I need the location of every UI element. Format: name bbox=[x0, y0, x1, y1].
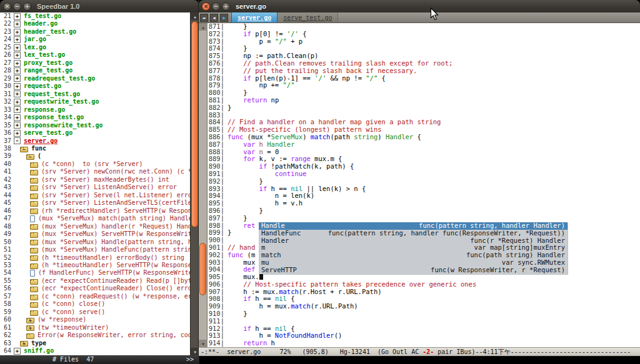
speedbar-row[interactable]: 28+range_test.go bbox=[0, 67, 190, 74]
folder-icon[interactable] bbox=[30, 232, 38, 238]
tab-server-go[interactable]: server.go bbox=[231, 12, 278, 22]
code-line[interactable]: 879| np += "/" bbox=[208, 82, 640, 89]
speedbar-row[interactable]: 40(c *conn) to (srv *Server) bbox=[0, 160, 190, 168]
folder-icon[interactable] bbox=[30, 287, 38, 292]
speedbar-row[interactable]: 30+request.go bbox=[0, 82, 190, 90]
completion-popup[interactable]: Handlefunc(pattern string, handler Handl… bbox=[259, 222, 568, 274]
speedbar-row[interactable]: 42(srv *Server) maxHeaderBytes() int bbox=[0, 176, 190, 184]
expand-plus-icon[interactable]: + bbox=[14, 13, 21, 20]
completion-item[interactable]: HandleFuncfunc(pattern string, handler f… bbox=[259, 230, 568, 237]
folder-plus-icon[interactable] bbox=[26, 325, 34, 331]
speedbar-entry-label[interactable]: (c *conn) close() bbox=[41, 300, 105, 308]
expand-plus-icon[interactable]: + bbox=[14, 83, 21, 90]
code-line[interactable]: 895| h = v.h bbox=[208, 200, 640, 207]
tab-back-icon[interactable]: ◀ bbox=[210, 14, 218, 22]
speedbar-entry-label[interactable]: (srv *Server) ListenAndServeTLS(certFile… bbox=[41, 199, 190, 207]
speedbar-entry-label[interactable]: (mux *ServeMux) ServeHTTP(w ResponseWrit… bbox=[41, 230, 190, 238]
speedbar-entry-label[interactable]: fs_test.go bbox=[24, 12, 61, 20]
expand-plus-icon[interactable]: + bbox=[14, 106, 21, 113]
speedbar-entry-label[interactable]: (srv *Server) maxHeaderBytes() int bbox=[41, 176, 169, 184]
speedbar-entry-label[interactable]: (rh *redirectHandler) ServeHTTP(w Respon… bbox=[41, 207, 190, 215]
code-line[interactable]: 910| } bbox=[208, 310, 640, 318]
speedbar-row[interactable]: 58(c *conn) close() bbox=[0, 300, 190, 308]
speedbar-entry-label[interactable]: (tw *timeoutWriter) bbox=[38, 324, 109, 332]
code-line[interactable]: 882|} bbox=[208, 104, 640, 112]
speedbar-entry-label[interactable]: range_test.go bbox=[24, 67, 72, 74]
expand-plus-icon[interactable]: + bbox=[14, 29, 21, 36]
expand-plus-icon[interactable]: + bbox=[14, 44, 21, 51]
speedbar-row[interactable]: 63type bbox=[0, 340, 190, 347]
folder-icon[interactable] bbox=[30, 194, 38, 199]
speedbar-entry-label[interactable]: (h *timeoutHandler) errorBody() string bbox=[41, 254, 184, 262]
speedbar-entry-label[interactable]: func bbox=[31, 145, 46, 152]
speedbar-entry-label[interactable]: sniff.go bbox=[24, 347, 54, 355]
maximize-icon[interactable]: + bbox=[23, 2, 31, 11]
code-line[interactable]: 873| p = "/" + p bbox=[208, 38, 640, 46]
completion-item[interactable]: muvar sync.RWMutex bbox=[259, 259, 568, 267]
speedbar-row[interactable]: 48(mux *ServeMux) handler(r *Request) Ha… bbox=[0, 223, 190, 230]
expand-plus-icon[interactable]: + bbox=[14, 91, 21, 97]
speedbar-entry-label[interactable]: header.go bbox=[24, 20, 58, 27]
folder-icon[interactable] bbox=[30, 248, 38, 253]
minimize-icon[interactable]: − bbox=[212, 2, 220, 11]
maximize-icon[interactable]: + bbox=[222, 2, 230, 11]
folder-icon[interactable] bbox=[30, 162, 38, 168]
expand-plus-icon[interactable]: + bbox=[14, 52, 21, 59]
code-line[interactable]: 914| return h bbox=[208, 340, 640, 347]
code-line[interactable]: 881| return np bbox=[208, 97, 640, 104]
speedbar-entry-label[interactable]: readrequest_test.go bbox=[24, 75, 95, 82]
speedbar-entry-label[interactable]: (c *conn) readRequest() (w *response, er… bbox=[41, 293, 190, 300]
speedbar-entry-label[interactable]: requestwrite_test.go bbox=[24, 98, 99, 106]
speedbar-row[interactable]: 29+readrequest_test.go bbox=[0, 75, 190, 82]
folder-icon[interactable] bbox=[30, 209, 38, 214]
speedbar-row[interactable]: 55(ecr *expectContinueReader) Read(p []b… bbox=[0, 277, 190, 285]
expand-plus-icon[interactable]: + bbox=[14, 99, 21, 106]
speedbar-entry-label[interactable]: responsewrite_test.go bbox=[24, 122, 102, 129]
folder-plus-icon[interactable] bbox=[26, 318, 34, 323]
code-line[interactable]: 891| continue bbox=[208, 170, 640, 178]
speedbar-row[interactable]: 52(h *timeoutHandler) errorBody() string bbox=[0, 254, 190, 262]
speedbar-row[interactable]: 39( bbox=[0, 152, 190, 160]
speedbar-scrollbar[interactable]: ▲ ▼ bbox=[190, 12, 199, 355]
speedbar-entry-label[interactable]: Error(w ResponseWriter, error string, co… bbox=[38, 332, 190, 339]
folder-icon[interactable] bbox=[30, 302, 38, 308]
scroll-down-icon[interactable]: ▼ bbox=[199, 340, 208, 347]
folder-icon[interactable] bbox=[30, 178, 38, 184]
speedbar-row[interactable]: 36+serve_test.go bbox=[0, 129, 190, 137]
code-line[interactable]: 896| } bbox=[208, 207, 640, 215]
speedbar-row[interactable]: 44(srv *Server) Serve(l net.Listener) er… bbox=[0, 192, 190, 199]
speedbar-row[interactable]: 59(c *conn) serve() bbox=[0, 308, 190, 316]
speedbar-entry-label[interactable]: type bbox=[31, 340, 46, 347]
speedbar-row[interactable]: 50(mux *ServeMux) Handle(pattern string,… bbox=[0, 239, 190, 246]
speedbar-row[interactable]: 45(srv *Server) ListenAndServeTLS(certFi… bbox=[0, 199, 190, 207]
editor-titlebar[interactable]: × − + server.go bbox=[199, 0, 640, 12]
speedbar-row[interactable]: 54(f HandlerFunc) ServeHTTP(w ResponseWr… bbox=[0, 269, 190, 277]
speedbar-row[interactable]: 27+proxy_test.go bbox=[0, 59, 190, 67]
folder-plus-icon[interactable] bbox=[20, 341, 28, 347]
speedbar-entry-label[interactable]: (srv *Server) Serve(l net.Listener) erro… bbox=[41, 192, 190, 199]
tagicon-icon[interactable] bbox=[30, 270, 35, 277]
folder-icon[interactable] bbox=[26, 333, 34, 339]
speedbar-row[interactable]: 25+lex.go bbox=[0, 44, 190, 51]
speedbar-row[interactable]: 26+lex_test.go bbox=[0, 51, 190, 59]
code-line[interactable]: 909| h = mux.match(r.URL.Path) bbox=[208, 303, 640, 310]
speedbar-entry-label[interactable]: response_test.go bbox=[24, 114, 84, 121]
minimize-icon[interactable]: − bbox=[13, 2, 21, 11]
folder-minus-icon[interactable] bbox=[20, 147, 28, 152]
expand-plus-icon[interactable]: + bbox=[14, 67, 21, 74]
speedbar-titlebar[interactable]: × − + Speedbar 1.0 bbox=[0, 0, 199, 12]
scroll-up-icon[interactable]: ▲ bbox=[191, 12, 199, 20]
expand-plus-icon[interactable]: + bbox=[14, 75, 21, 82]
speedbar-entry-label[interactable]: lex.go bbox=[24, 44, 46, 51]
speedbar-row[interactable]: 21+fs_test.go bbox=[0, 12, 190, 20]
folder-icon[interactable] bbox=[30, 185, 38, 191]
tab-forward-icon[interactable]: ▶ bbox=[220, 14, 228, 22]
speedbar-row[interactable]: 46(rh *redirectHandler) ServeHTTP(w Resp… bbox=[0, 207, 190, 215]
speedbar-row[interactable]: 34+response_test.go bbox=[0, 114, 190, 121]
speedbar-row[interactable]: 60(w *response) bbox=[0, 316, 190, 323]
speedbar-entry-label[interactable]: (mux *ServeMux) match(path string) Handl… bbox=[38, 215, 190, 222]
speedbar-entry-label[interactable]: serve_test.go bbox=[24, 129, 72, 137]
speedbar-entry-label[interactable]: (mux *ServeMux) handler(r *Request) Hand… bbox=[41, 223, 190, 230]
speedbar-row[interactable]: 24+jar.go bbox=[0, 36, 190, 43]
scroll-up-icon[interactable]: ▲ bbox=[199, 23, 208, 31]
